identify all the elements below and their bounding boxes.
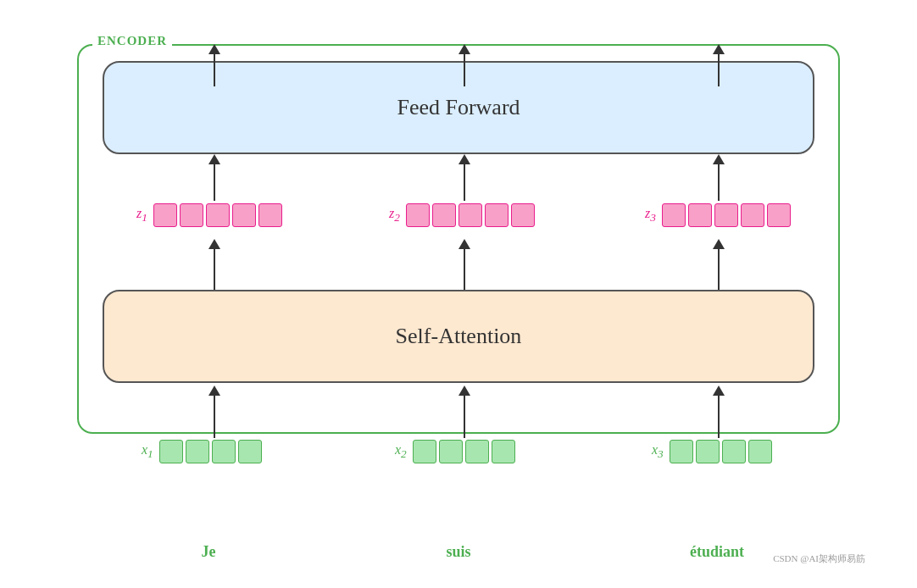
z2-ff-arrow (458, 154, 470, 201)
z2-vector: z2 (389, 203, 535, 227)
watermark: CSDN @AI架构师易筋 (773, 552, 865, 565)
x3-cell-2 (696, 440, 720, 463)
z1-cell-5 (258, 203, 282, 227)
x3-cell-4 (748, 440, 772, 463)
x1-cell-1 (159, 440, 183, 463)
z2-cell-4 (485, 203, 509, 227)
x1-cell-2 (186, 440, 209, 463)
z3-cell-4 (741, 203, 764, 227)
z2-label: z2 (389, 206, 400, 225)
sa-z3-arrow (713, 239, 725, 290)
z2-cell-5 (511, 203, 535, 227)
output-arrow-1 (208, 44, 220, 86)
output-arrow-3 (713, 44, 725, 86)
feed-forward-label: Feed Forward (397, 95, 520, 120)
word-suis: suis (425, 543, 492, 561)
x2-vector: x2 (395, 440, 515, 463)
x2-cell-4 (492, 440, 515, 463)
word-je: Je (175, 543, 242, 561)
self-attention-block: Self-Attention (103, 290, 814, 383)
z1-cell-1 (153, 203, 177, 227)
x3-cell-3 (722, 440, 746, 463)
x2-cell-2 (439, 440, 463, 463)
sa-z1-arrow (208, 239, 220, 290)
z2-cell-2 (432, 203, 456, 227)
z1-label: z1 (136, 206, 147, 225)
z1-vector: z1 (136, 203, 282, 227)
self-attention-label: Self-Attention (396, 324, 522, 349)
x1-label: x1 (142, 442, 153, 461)
sa-z2-arrow (458, 239, 470, 290)
z3-ff-arrow (713, 154, 725, 201)
z2-cell-1 (406, 203, 430, 227)
x3-sa-arrow (713, 386, 725, 438)
z1-cell-4 (232, 203, 256, 227)
z3-cell-5 (767, 203, 791, 227)
output-arrow-2 (458, 44, 470, 86)
x1-vector: x1 (142, 440, 262, 463)
x2-cell-1 (413, 440, 436, 463)
x3-vector: x3 (652, 440, 772, 463)
z3-cell-3 (714, 203, 738, 227)
word-etudiant: étudiant (679, 543, 755, 561)
x1-cell-3 (212, 440, 236, 463)
z1-ff-arrow (208, 154, 220, 201)
z3-label: z3 (645, 206, 656, 225)
x2-sa-arrow (458, 386, 470, 438)
x2-label: x2 (395, 442, 407, 461)
diagram-container: ENCODER Feed Forward Self-Attention (43, 19, 874, 569)
z3-vector: z3 (645, 203, 791, 227)
z3-cell-1 (662, 203, 686, 227)
z3-cell-2 (688, 203, 712, 227)
z1-cell-2 (180, 203, 203, 227)
x3-cell-1 (670, 440, 693, 463)
x1-sa-arrow (208, 386, 220, 438)
z1-cell-3 (206, 203, 230, 227)
encoder-label: ENCODER (92, 34, 172, 48)
x2-cell-3 (465, 440, 489, 463)
x1-cell-4 (238, 440, 262, 463)
z2-cell-3 (458, 203, 482, 227)
x3-label: x3 (652, 442, 664, 461)
